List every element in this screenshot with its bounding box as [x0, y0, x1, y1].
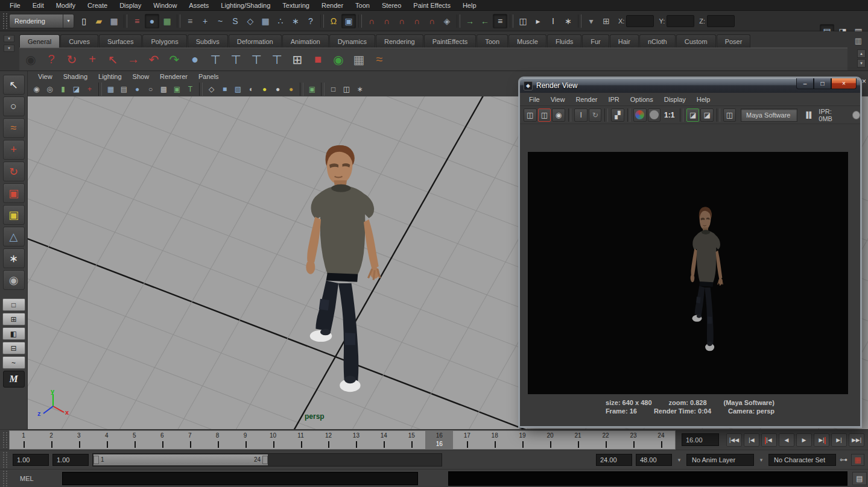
ipr-render-icon[interactable]: I	[546, 14, 560, 28]
timeline-frame-cell[interactable]: 19 19	[508, 431, 536, 449]
timeline-frame-cell[interactable]: 2 2	[37, 431, 65, 449]
shelf-tab[interactable]: Hair	[610, 34, 639, 48]
render-settings-icon[interactable]: ∗	[561, 14, 575, 28]
step-back-frame-button[interactable]: |◀	[744, 433, 759, 447]
shelf-tab[interactable]: Surfaces	[99, 34, 142, 48]
chevron-down-icon[interactable]: ▾	[63, 14, 74, 28]
render-view-menu-item[interactable]: View	[545, 94, 571, 105]
world-space-icon[interactable]: ⊞	[599, 14, 613, 28]
panel-menu-item[interactable]: Renderer	[154, 71, 193, 82]
close-button[interactable]: ×	[831, 78, 857, 89]
resolution-gate-icon[interactable]: ●	[131, 83, 144, 95]
range-end-handle[interactable]	[262, 456, 268, 464]
menu-set-dropdown[interactable]: Rendering ▾	[9, 14, 74, 28]
current-time-field[interactable]	[682, 433, 719, 446]
parent-nodes-icon[interactable]: ⊤	[226, 50, 246, 69]
rgb-channels-icon[interactable]	[633, 108, 647, 122]
shelf-tab[interactable]: Toon	[477, 34, 508, 48]
smooth-shade-icon[interactable]: ■	[218, 83, 231, 95]
mask-rendering-icon[interactable]: ∗	[288, 14, 303, 28]
menu-item[interactable]: Assets	[183, 0, 215, 11]
snap-to-view-planes-icon[interactable]: ∩	[425, 14, 439, 28]
bookmarks-icon[interactable]: ▮	[57, 83, 69, 95]
shelf-menu-icon[interactable]: ▾	[4, 45, 14, 52]
render-view-menu-item[interactable]: Options	[625, 94, 659, 105]
hypergraph-icon[interactable]: ⊞	[288, 50, 307, 69]
timeline-frame-cell[interactable]: 5 5	[121, 431, 148, 449]
timeline-frame-cell[interactable]: 21 21	[564, 431, 592, 449]
all-lights-icon[interactable]: ●	[258, 83, 271, 95]
shelf-tab[interactable]: Polygons	[142, 34, 186, 48]
timeline-frame-cell[interactable]: 7 7	[176, 431, 204, 449]
shelf-tab[interactable]: Poser	[717, 34, 751, 48]
shelf-tab[interactable]: Custom	[676, 34, 716, 48]
safe-action-icon[interactable]: ▣	[171, 83, 183, 95]
character-model[interactable]	[277, 137, 407, 398]
paint-effects-icon[interactable]: ≈	[370, 50, 389, 69]
sphere-project-icon[interactable]: ◉	[329, 50, 348, 69]
x-coordinate-field[interactable]	[626, 15, 654, 27]
shelf-tab[interactable]: Fur	[582, 34, 609, 48]
shelf-tab[interactable]: Deformation	[229, 34, 282, 48]
film-gate-icon[interactable]: ▤	[118, 83, 130, 95]
go-to-start-button[interactable]: |◀◀	[726, 433, 742, 447]
delete-unused-icon[interactable]: ●	[185, 50, 204, 69]
transform-dropdown-icon[interactable]: ▾	[584, 14, 598, 28]
menu-item[interactable]: File	[4, 0, 27, 11]
save-scene-icon[interactable]: ▦	[107, 14, 121, 28]
highlight-selection-icon[interactable]: ▣	[341, 14, 356, 28]
region-render-icon[interactable]: ▞	[611, 108, 624, 122]
new-scene-icon[interactable]: ▯	[77, 14, 91, 28]
select-by-component-icon[interactable]: ▦	[160, 14, 174, 28]
shelf-tab-selector-icon[interactable]: ▾	[4, 35, 14, 42]
unparent-nodes-icon[interactable]: ⊤	[247, 50, 266, 69]
render-current-frame-icon[interactable]: ▸	[531, 14, 545, 28]
redo-previous-render-icon[interactable]: ◫	[538, 108, 551, 122]
shelf-tab[interactable]: PaintEffects	[424, 34, 477, 48]
menu-item[interactable]: Lighting/Shading	[215, 0, 276, 11]
set-key-icon[interactable]: ⊶	[840, 455, 847, 464]
playback-end-field[interactable]	[596, 454, 632, 466]
refresh-ipr-icon[interactable]: ↻	[589, 108, 602, 122]
playback-start-field[interactable]	[52, 454, 89, 466]
panel-menu-item[interactable]: Shading	[58, 71, 93, 82]
timeline-frame-cell[interactable]: 15 15	[398, 431, 425, 449]
snap-to-curves-icon[interactable]: ∩	[379, 14, 394, 28]
maximize-button[interactable]: □	[814, 78, 831, 89]
render-reel-icon[interactable]: ◉	[21, 50, 40, 69]
menu-item[interactable]: Texturing	[276, 0, 315, 11]
output-connections-icon[interactable]: ←	[478, 14, 492, 28]
shelf-tab[interactable]: Rendering	[376, 34, 423, 48]
character-set-dropdown-icon[interactable]: ▾	[758, 457, 765, 463]
menu-item[interactable]: Modify	[50, 0, 81, 11]
menu-item[interactable]: Edit	[27, 0, 50, 11]
use-default-material-icon[interactable]: ◐	[245, 83, 258, 95]
timeline-frame-cell[interactable]: 12 12	[314, 431, 342, 449]
redo-icon[interactable]: ↷	[165, 50, 184, 69]
timeline-frame-cell[interactable]: 18 18	[481, 431, 508, 449]
shelf-tab[interactable]: Curves	[60, 34, 98, 48]
image-plane-icon[interactable]: ◪	[70, 83, 83, 95]
anim-layer-selector[interactable]: No Anim Layer	[686, 454, 754, 466]
auto-keyframe-icon[interactable]: ▦	[851, 454, 864, 466]
poly-group-icon[interactable]: ▦	[349, 50, 369, 69]
animation-end-field[interactable]	[636, 454, 672, 466]
menu-item[interactable]: Toon	[349, 0, 376, 11]
shelf-tab[interactable]: Muscle	[508, 34, 546, 48]
command-language-toggle[interactable]: MEL	[9, 475, 62, 482]
play-forwards-button[interactable]: ▶	[796, 433, 812, 447]
menu-item[interactable]: Help	[457, 0, 483, 11]
menu-item[interactable]: Display	[113, 0, 147, 11]
paint-selection-tool-icon[interactable]: ≈	[3, 118, 25, 138]
single-pane-layout-icon[interactable]: □	[2, 298, 25, 311]
timeline-frame-cell[interactable]: 14 14	[370, 431, 398, 449]
dolly-camera-icon[interactable]: ↖	[103, 50, 122, 69]
range-slider-track[interactable]: 1 24	[92, 453, 442, 467]
timeline-frame-cell[interactable]: 22 22	[592, 431, 619, 449]
open-render-settings-icon[interactable]: ◫	[723, 108, 737, 122]
timeline-frame-cell[interactable]: 3 3	[65, 431, 93, 449]
show-manipulator-icon[interactable]: ∗	[3, 248, 25, 268]
keep-image-icon[interactable]: ◪	[686, 108, 700, 122]
rangebar-grip[interactable]	[3, 452, 7, 468]
make-live-icon[interactable]: ◈	[440, 14, 454, 28]
